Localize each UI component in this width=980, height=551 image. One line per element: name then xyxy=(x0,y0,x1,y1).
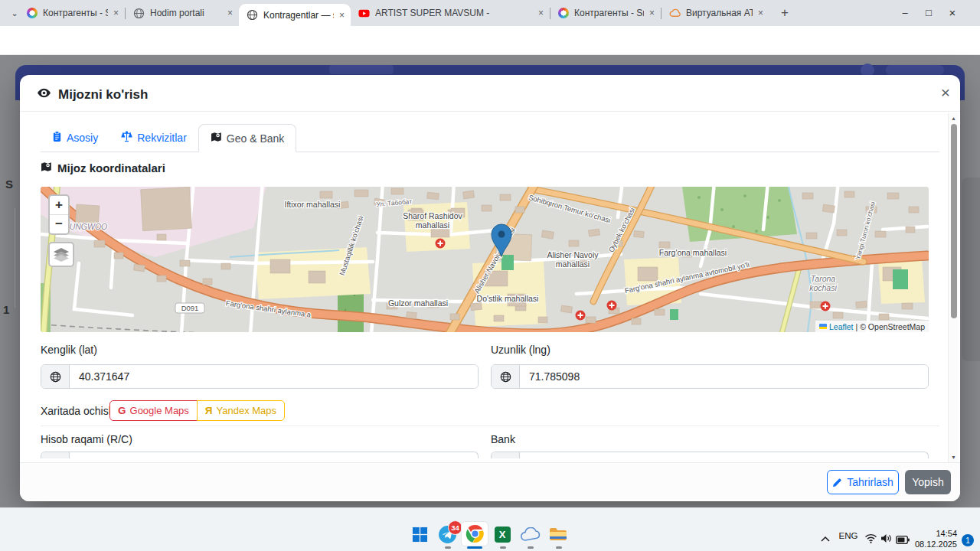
tab-label: Asosiy xyxy=(67,132,98,144)
map-label: Tarona xyxy=(811,274,835,283)
modal-header: Mijozni ko'rish xyxy=(37,86,148,103)
edit-button[interactable]: Tahrirlash xyxy=(827,470,899,494)
lng-input-group xyxy=(491,364,929,389)
excel-button[interactable]: X xyxy=(488,520,516,549)
browser-tab[interactable]: Контрагенты - Smartup × xyxy=(19,0,125,26)
browser-tab[interactable]: ARTIST SUPER MAVSUM - × xyxy=(351,0,550,26)
tab-title: Контрагенты - Smartup xyxy=(574,8,644,18)
tab-close-icon[interactable]: × xyxy=(113,8,119,18)
smartup-favicon-icon xyxy=(558,8,569,18)
scroll-up-icon[interactable]: ▲ xyxy=(949,116,959,121)
bank-label: Bank xyxy=(491,433,515,445)
map-label: Alisher Navoiy xyxy=(547,250,599,259)
cloud-favicon-icon xyxy=(669,8,681,19)
speaker-icon[interactable] xyxy=(880,533,892,546)
tab-close-icon[interactable]: × xyxy=(758,8,763,18)
lng-input[interactable] xyxy=(520,365,928,388)
tab-close-icon[interactable]: × xyxy=(538,8,544,18)
window-close-button[interactable]: × xyxy=(939,0,965,25)
running-indicator-active xyxy=(467,546,482,549)
tab-close-icon[interactable]: × xyxy=(227,8,233,18)
globe-favicon-icon xyxy=(133,8,145,19)
chrome-button[interactable] xyxy=(461,521,488,546)
browser-tab[interactable]: Hodim portali × xyxy=(126,0,239,26)
map-zoom-control: + − xyxy=(48,194,70,235)
modal-tab-bar: Asosiy Rekvizitlar Geo & Bank xyxy=(41,124,939,152)
tray-date: 08.12.2025 xyxy=(913,540,957,550)
osm-link[interactable]: © OpenStreetMap xyxy=(860,322,925,331)
browser-address-bar: ← → daily-suvi.com/19l/public/mijozlar.p… xyxy=(0,26,980,55)
map-links-group: G Google Maps Я Yandex Maps xyxy=(109,400,285,421)
layers-icon xyxy=(54,248,69,262)
globe-addon-icon xyxy=(492,365,520,388)
tab-rekvizitlar[interactable]: Rekvizitlar xyxy=(109,123,198,152)
modal-title: Mijozni ko'rish xyxy=(58,87,148,103)
window-minimize-button[interactable]: – xyxy=(892,0,918,25)
language-indicator[interactable]: ENG xyxy=(838,531,859,540)
close-button-label: Yopish xyxy=(912,476,944,488)
cloud-app-icon xyxy=(520,527,541,542)
wifi-icon[interactable] xyxy=(864,533,877,546)
open-map-label: Xaritada ochish xyxy=(41,405,115,417)
scroll-down-icon[interactable]: ▼ xyxy=(949,455,959,460)
background-text-fragment: S xyxy=(5,178,13,191)
lat-input[interactable] xyxy=(70,365,478,388)
map-label: Do'stlik mahallasi xyxy=(477,294,539,303)
yandex-maps-button[interactable]: Я Yandex Maps xyxy=(197,400,285,421)
tab-title: Hodim portali xyxy=(150,8,222,18)
globe-addon-icon xyxy=(41,365,70,388)
zoom-in-button[interactable]: + xyxy=(50,196,68,215)
modal-close-icon[interactable]: × xyxy=(936,83,956,103)
google-maps-button[interactable]: G Google Maps xyxy=(109,400,198,421)
google-g-icon: G xyxy=(118,405,126,416)
map-label: mahallasi xyxy=(556,259,590,269)
lat-label: Kenglik (lat) xyxy=(41,344,97,356)
map-attribution: Leaflet | © OpenStreetMap xyxy=(815,321,929,332)
clipboard-icon xyxy=(52,131,62,145)
view-client-modal: Mijozni ko'rish × Asosiy Rekvizitlar Geo… xyxy=(20,75,960,501)
input-addon xyxy=(492,452,520,458)
browser-tab[interactable]: Контрагенты - Smartup × xyxy=(550,0,661,26)
header-divider xyxy=(20,111,960,112)
leaflet-map[interactable]: D091 UZSUNGWOO Iftixor mahallasi Sharof … xyxy=(41,187,929,332)
tab-geo-bank[interactable]: Geo & Bank xyxy=(198,124,297,152)
map-layers-button[interactable] xyxy=(48,242,74,267)
start-button[interactable] xyxy=(406,520,433,549)
background-card-edge xyxy=(962,178,980,361)
battery-icon[interactable] xyxy=(896,533,910,547)
coordinates-icon xyxy=(41,161,52,174)
section-divider xyxy=(41,425,939,426)
modal-footer: Tahrirlash Yopish xyxy=(20,462,960,501)
browser-tab-active[interactable]: Kontragentlar — stacked m × xyxy=(239,4,351,26)
scrollbar-thumb[interactable] xyxy=(951,124,957,318)
tray-clock[interactable]: 14:54 08.12.2025 xyxy=(913,529,957,550)
background-card-edge xyxy=(15,208,15,308)
account-input-clipped[interactable] xyxy=(41,452,479,458)
tab-asosiy[interactable]: Asosiy xyxy=(41,123,109,152)
cloud-app-button[interactable] xyxy=(516,520,544,549)
tab-close-icon[interactable]: × xyxy=(339,11,345,20)
yandex-maps-label: Yandex Maps xyxy=(217,405,277,416)
new-tab-button[interactable]: + xyxy=(776,5,793,21)
modal-scrollbar[interactable]: ▲ ▼ xyxy=(948,113,959,462)
edit-button-label: Tahrirlash xyxy=(847,476,893,488)
file-explorer-button[interactable] xyxy=(544,520,572,549)
bank-input-clipped[interactable] xyxy=(491,452,929,458)
windows-taskbar: 34 X ENG 14:54 08. xyxy=(0,507,980,551)
notification-badge[interactable]: 1 xyxy=(962,534,974,546)
tab-close-icon[interactable]: × xyxy=(649,8,655,18)
window-maximize-button[interactable]: □ xyxy=(916,0,942,25)
google-maps-label: Google Maps xyxy=(130,405,189,416)
tray-chevron-icon[interactable] xyxy=(820,533,831,547)
running-indicator xyxy=(445,546,451,549)
section-title: Mijoz koordinatalari xyxy=(41,161,165,174)
windows-logo-icon xyxy=(412,527,428,543)
tab-title: Контрагенты - Smartup xyxy=(43,8,108,18)
pencil-icon xyxy=(832,478,842,487)
road-ref-label: D091 xyxy=(181,304,199,312)
zoom-out-button[interactable]: − xyxy=(50,215,68,233)
leaflet-link[interactable]: Leaflet xyxy=(829,322,854,331)
browser-tab[interactable]: Виртуальная АТС × xyxy=(662,0,769,26)
close-modal-button[interactable]: Yopish xyxy=(905,470,951,494)
tab-title: Виртуальная АТС xyxy=(686,8,753,18)
